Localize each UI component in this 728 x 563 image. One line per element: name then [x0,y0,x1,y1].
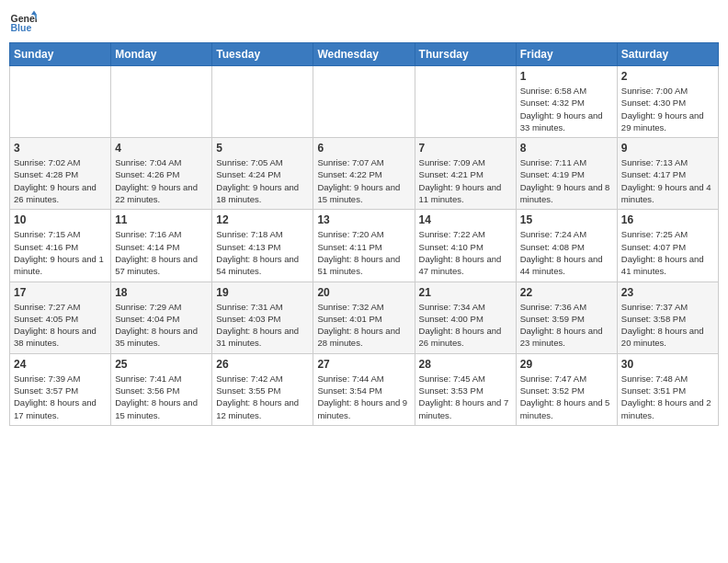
calendar-day-cell [111,66,212,138]
day-info: Sunrise: 7:04 AMSunset: 4:26 PMDaylight:… [115,156,208,205]
day-info: Sunrise: 7:31 AMSunset: 4:03 PMDaylight:… [216,301,309,350]
calendar-week-row: 1Sunrise: 6:58 AMSunset: 4:32 PMDaylight… [10,66,719,138]
calendar-day-cell [212,66,313,138]
day-number: 4 [115,142,208,155]
calendar-day-cell [10,66,111,138]
day-number: 2 [621,70,714,83]
header: General Blue [9,9,719,37]
day-info: Sunrise: 7:22 AMSunset: 4:10 PMDaylight:… [419,228,512,277]
day-info: Sunrise: 7:02 AMSunset: 4:28 PMDaylight:… [14,156,107,205]
calendar-day-cell: 26Sunrise: 7:42 AMSunset: 3:55 PMDayligh… [212,353,313,425]
calendar-day-cell: 20Sunrise: 7:32 AMSunset: 4:01 PMDayligh… [313,282,415,353]
day-number: 21 [419,286,512,299]
calendar-day-cell: 14Sunrise: 7:22 AMSunset: 4:10 PMDayligh… [415,210,516,282]
calendar-day-cell [313,66,415,138]
calendar-week-row: 3Sunrise: 7:02 AMSunset: 4:28 PMDaylight… [10,138,719,210]
day-number: 30 [621,358,714,371]
calendar-day-cell: 9Sunrise: 7:13 AMSunset: 4:17 PMDaylight… [617,138,718,210]
day-info: Sunrise: 7:29 AMSunset: 4:04 PMDaylight:… [115,301,208,350]
day-number: 7 [419,142,512,155]
day-of-week-header: Sunday [10,43,111,66]
calendar-table: SundayMondayTuesdayWednesdayThursdayFrid… [9,42,719,426]
day-info: Sunrise: 7:34 AMSunset: 4:00 PMDaylight:… [419,301,512,350]
day-info: Sunrise: 7:36 AMSunset: 3:59 PMDaylight:… [520,301,613,350]
day-info: Sunrise: 7:07 AMSunset: 4:22 PMDaylight:… [317,156,410,205]
calendar-day-cell: 22Sunrise: 7:36 AMSunset: 3:59 PMDayligh… [516,282,617,353]
calendar-day-cell [415,66,516,138]
calendar-day-cell: 28Sunrise: 7:45 AMSunset: 3:53 PMDayligh… [415,353,516,425]
day-number: 24 [14,358,107,371]
day-number: 23 [621,286,714,299]
calendar-day-cell: 4Sunrise: 7:04 AMSunset: 4:26 PMDaylight… [111,138,212,210]
svg-text:Blue: Blue [11,22,32,33]
day-info: Sunrise: 6:58 AMSunset: 4:32 PMDaylight:… [520,85,613,133]
day-info: Sunrise: 7:47 AMSunset: 3:52 PMDaylight:… [520,373,613,421]
calendar-day-cell: 17Sunrise: 7:27 AMSunset: 4:05 PMDayligh… [10,282,111,353]
day-info: Sunrise: 7:48 AMSunset: 3:51 PMDaylight:… [621,373,714,421]
day-number: 10 [14,213,107,226]
day-number: 27 [317,358,410,371]
day-info: Sunrise: 7:24 AMSunset: 4:08 PMDaylight:… [520,228,613,277]
day-info: Sunrise: 7:05 AMSunset: 4:24 PMDaylight:… [216,156,309,205]
day-info: Sunrise: 7:13 AMSunset: 4:17 PMDaylight:… [621,156,714,205]
calendar-day-cell: 29Sunrise: 7:47 AMSunset: 3:52 PMDayligh… [516,353,617,425]
day-number: 5 [216,142,309,155]
day-info: Sunrise: 7:15 AMSunset: 4:16 PMDaylight:… [14,228,107,277]
day-number: 26 [216,358,309,371]
day-number: 18 [115,286,208,299]
calendar-day-cell: 25Sunrise: 7:41 AMSunset: 3:56 PMDayligh… [111,353,212,425]
day-of-week-header: Saturday [617,43,718,66]
day-of-week-header: Monday [111,43,212,66]
day-info: Sunrise: 7:42 AMSunset: 3:55 PMDaylight:… [216,373,309,421]
calendar-day-cell: 19Sunrise: 7:31 AMSunset: 4:03 PMDayligh… [212,282,313,353]
calendar-week-row: 24Sunrise: 7:39 AMSunset: 3:57 PMDayligh… [10,353,719,425]
day-info: Sunrise: 7:00 AMSunset: 4:30 PMDaylight:… [621,85,714,133]
day-number: 17 [14,286,107,299]
day-info: Sunrise: 7:45 AMSunset: 3:53 PMDaylight:… [419,373,512,421]
day-number: 3 [14,142,107,155]
day-info: Sunrise: 7:25 AMSunset: 4:07 PMDaylight:… [621,228,714,277]
calendar-day-cell: 24Sunrise: 7:39 AMSunset: 3:57 PMDayligh… [10,353,111,425]
day-info: Sunrise: 7:09 AMSunset: 4:21 PMDaylight:… [419,156,512,205]
calendar-day-cell: 15Sunrise: 7:24 AMSunset: 4:08 PMDayligh… [516,210,617,282]
day-of-week-header: Wednesday [313,43,415,66]
day-number: 8 [520,142,613,155]
day-info: Sunrise: 7:41 AMSunset: 3:56 PMDaylight:… [115,373,208,421]
logo-icon: General Blue [9,9,37,37]
calendar-day-cell: 16Sunrise: 7:25 AMSunset: 4:07 PMDayligh… [617,210,718,282]
calendar-day-cell: 8Sunrise: 7:11 AMSunset: 4:19 PMDaylight… [516,138,617,210]
day-info: Sunrise: 7:39 AMSunset: 3:57 PMDaylight:… [14,373,107,421]
day-number: 1 [520,70,613,83]
day-number: 15 [520,213,613,226]
calendar-day-cell: 10Sunrise: 7:15 AMSunset: 4:16 PMDayligh… [10,210,111,282]
calendar-day-cell: 6Sunrise: 7:07 AMSunset: 4:22 PMDaylight… [313,138,415,210]
day-info: Sunrise: 7:16 AMSunset: 4:14 PMDaylight:… [115,228,208,277]
calendar-week-row: 10Sunrise: 7:15 AMSunset: 4:16 PMDayligh… [10,210,719,282]
day-info: Sunrise: 7:20 AMSunset: 4:11 PMDaylight:… [317,228,410,277]
day-number: 25 [115,358,208,371]
calendar-day-cell: 27Sunrise: 7:44 AMSunset: 3:54 PMDayligh… [313,353,415,425]
calendar-day-cell: 23Sunrise: 7:37 AMSunset: 3:58 PMDayligh… [617,282,718,353]
calendar-header-row: SundayMondayTuesdayWednesdayThursdayFrid… [10,43,719,66]
day-number: 13 [317,213,410,226]
calendar-day-cell: 5Sunrise: 7:05 AMSunset: 4:24 PMDaylight… [212,138,313,210]
day-info: Sunrise: 7:27 AMSunset: 4:05 PMDaylight:… [14,301,107,350]
calendar-week-row: 17Sunrise: 7:27 AMSunset: 4:05 PMDayligh… [10,282,719,353]
day-of-week-header: Tuesday [212,43,313,66]
day-info: Sunrise: 7:37 AMSunset: 3:58 PMDaylight:… [621,301,714,350]
day-number: 14 [419,213,512,226]
calendar-day-cell: 3Sunrise: 7:02 AMSunset: 4:28 PMDaylight… [10,138,111,210]
calendar-day-cell: 11Sunrise: 7:16 AMSunset: 4:14 PMDayligh… [111,210,212,282]
calendar-day-cell: 13Sunrise: 7:20 AMSunset: 4:11 PMDayligh… [313,210,415,282]
day-number: 12 [216,213,309,226]
day-info: Sunrise: 7:44 AMSunset: 3:54 PMDaylight:… [317,373,410,421]
day-number: 19 [216,286,309,299]
calendar-day-cell: 12Sunrise: 7:18 AMSunset: 4:13 PMDayligh… [212,210,313,282]
logo: General Blue [9,9,37,37]
day-of-week-header: Thursday [415,43,516,66]
day-number: 16 [621,213,714,226]
calendar-day-cell: 30Sunrise: 7:48 AMSunset: 3:51 PMDayligh… [617,353,718,425]
calendar-day-cell: 2Sunrise: 7:00 AMSunset: 4:30 PMDaylight… [617,66,718,138]
calendar-day-cell: 1Sunrise: 6:58 AMSunset: 4:32 PMDaylight… [516,66,617,138]
day-number: 29 [520,358,613,371]
